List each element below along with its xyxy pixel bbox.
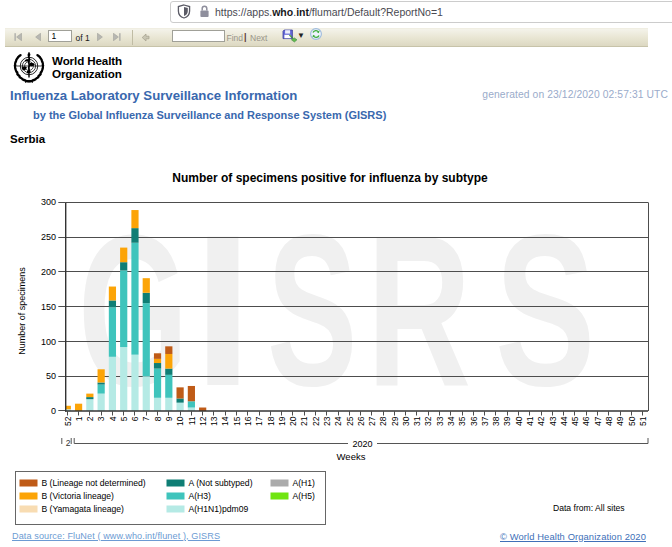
svg-text:44: 44 — [559, 416, 569, 426]
svg-text:18: 18 — [266, 416, 276, 426]
svg-text:A(H5): A(H5) — [293, 491, 316, 501]
svg-text:50: 50 — [46, 371, 56, 381]
svg-text:47: 47 — [593, 416, 603, 426]
svg-text:B (Victoria lineage): B (Victoria lineage) — [42, 491, 115, 501]
svg-text:B (Lineage not determined): B (Lineage not determined) — [42, 478, 146, 488]
svg-text:A(H3): A(H3) — [189, 491, 212, 501]
svg-text:19: 19 — [277, 416, 287, 426]
svg-text:31: 31 — [412, 416, 422, 426]
svg-text:250: 250 — [41, 232, 56, 242]
svg-text:32: 32 — [423, 416, 433, 426]
svg-text:26: 26 — [356, 416, 366, 426]
svg-text:21: 21 — [299, 416, 309, 426]
svg-text:46: 46 — [581, 416, 591, 426]
svg-text:28: 28 — [378, 416, 388, 426]
svg-text:14: 14 — [220, 416, 230, 426]
svg-text:50: 50 — [627, 416, 637, 426]
svg-text:150: 150 — [41, 302, 56, 312]
svg-text:7: 7 — [141, 416, 151, 421]
svg-text:35: 35 — [457, 416, 467, 426]
svg-text:100: 100 — [41, 337, 56, 347]
svg-text:48: 48 — [604, 416, 614, 426]
svg-text:2: 2 — [66, 438, 71, 448]
svg-text:36: 36 — [469, 416, 479, 426]
svg-text:5: 5 — [119, 416, 129, 421]
svg-text:49: 49 — [615, 416, 625, 426]
svg-text:10: 10 — [175, 416, 185, 426]
svg-text:30: 30 — [401, 416, 411, 426]
svg-text:11: 11 — [187, 416, 197, 425]
svg-text:12: 12 — [198, 416, 208, 426]
svg-text:42: 42 — [536, 416, 546, 426]
svg-text:38: 38 — [491, 416, 501, 426]
svg-text:40: 40 — [514, 416, 524, 426]
svg-text:25: 25 — [345, 416, 355, 426]
svg-text:15: 15 — [232, 416, 242, 426]
svg-text:37: 37 — [480, 416, 490, 426]
svg-text:23: 23 — [322, 416, 332, 426]
svg-text:A (Not subtyped): A (Not subtyped) — [189, 478, 253, 488]
svg-text:43: 43 — [548, 416, 558, 426]
svg-text:24: 24 — [333, 416, 343, 426]
svg-text:39: 39 — [502, 416, 512, 426]
svg-text:200: 200 — [41, 267, 56, 277]
svg-text:6: 6 — [130, 416, 140, 421]
svg-text:A(H1): A(H1) — [293, 478, 316, 488]
svg-text:52: 52 — [63, 416, 73, 426]
svg-text:B (Yamagata lineage): B (Yamagata lineage) — [42, 504, 125, 514]
svg-text:S: S — [495, 190, 595, 430]
svg-text:4: 4 — [108, 416, 118, 421]
svg-text:Number of specimens: Number of specimens — [17, 267, 27, 355]
svg-text:16: 16 — [243, 416, 253, 426]
svg-text:13: 13 — [209, 416, 219, 426]
svg-text:33: 33 — [435, 416, 445, 426]
svg-text:Weeks: Weeks — [337, 451, 366, 462]
svg-text:R: R — [367, 190, 471, 431]
svg-text:I: I — [193, 190, 253, 431]
svg-text:2020: 2020 — [352, 439, 372, 449]
svg-text:17: 17 — [254, 416, 264, 426]
svg-text:3: 3 — [96, 416, 106, 421]
svg-text:22: 22 — [311, 416, 321, 426]
svg-text:29: 29 — [390, 416, 400, 426]
svg-text:9: 9 — [164, 416, 174, 421]
svg-text:8: 8 — [153, 416, 163, 421]
svg-text:45: 45 — [570, 416, 580, 426]
svg-text:2: 2 — [85, 416, 95, 421]
svg-text:300: 300 — [41, 197, 56, 207]
svg-text:51: 51 — [638, 416, 648, 426]
svg-text:A(H1N1)pdm09: A(H1N1)pdm09 — [189, 504, 249, 514]
svg-text:S: S — [267, 190, 357, 431]
svg-text:1: 1 — [74, 416, 84, 421]
svg-text:27: 27 — [367, 416, 377, 426]
svg-text:34: 34 — [446, 416, 456, 426]
svg-text:0: 0 — [51, 406, 56, 416]
svg-text:20: 20 — [288, 416, 298, 426]
svg-text:41: 41 — [525, 416, 535, 426]
svg-text:Number of specimens positive f: Number of specimens positive for influen… — [172, 171, 488, 185]
